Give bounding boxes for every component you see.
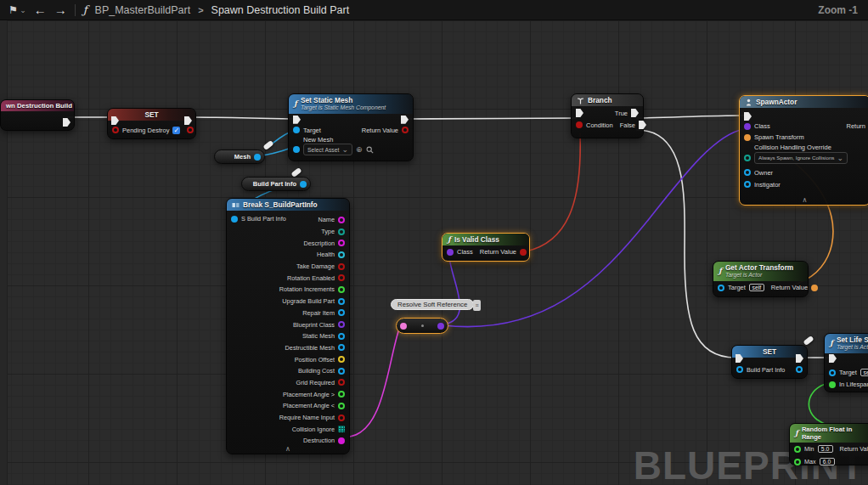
- max-pin[interactable]: [794, 459, 801, 465]
- bool-output-pin[interactable]: [187, 127, 194, 133]
- node-dot: [421, 324, 424, 327]
- collapse-arrow[interactable]: ∧: [740, 196, 868, 205]
- node-break-build-part-info[interactable]: Break S_BuildPartInfo S Build Part Info …: [226, 198, 350, 454]
- node-subtitle: Target is Actor: [725, 272, 793, 279]
- node-build-part-info-getter[interactable]: Build Part Info: [241, 177, 311, 191]
- target-pin[interactable]: [829, 369, 836, 376]
- collision-handling-dropdown[interactable]: Always Spawn, Ignore Collisions ⌄: [754, 152, 848, 164]
- target-pin[interactable]: [293, 127, 300, 133]
- return-value-pin[interactable]: [402, 127, 409, 133]
- add-asset-icon[interactable]: ⊕: [356, 146, 363, 154]
- condition-pin[interactable]: [576, 121, 583, 128]
- exec-in-pin[interactable]: [576, 109, 583, 117]
- break-pin[interactable]: [338, 274, 345, 281]
- node-get-actor-transform[interactable]: ƒ Get Actor Transform Target is Actor Ta…: [713, 261, 809, 297]
- break-pin[interactable]: [338, 426, 345, 432]
- new-mesh-pin[interactable]: [293, 146, 300, 153]
- target-pin[interactable]: [718, 285, 724, 291]
- collapse-arrow[interactable]: ∧: [227, 445, 349, 454]
- in-lifespan-pin[interactable]: [829, 381, 836, 388]
- search-icon[interactable]: [366, 146, 374, 154]
- break-pin[interactable]: [338, 437, 345, 444]
- build-part-info-output-pin[interactable]: [300, 181, 307, 188]
- struct-input-pin[interactable]: [231, 216, 238, 223]
- exec-in-pin[interactable]: [829, 354, 837, 363]
- bubble-pin-icon[interactable]: ≡: [473, 300, 481, 311]
- spawn-transform-pin[interactable]: [744, 134, 751, 141]
- break-pin[interactable]: [338, 228, 345, 235]
- break-pin[interactable]: [338, 368, 345, 375]
- break-pin[interactable]: [338, 333, 345, 340]
- break-pin-row: Position Offset: [227, 353, 349, 365]
- break-pin[interactable]: [338, 240, 345, 246]
- target-label: Target: [303, 127, 321, 134]
- node-set-static-mesh[interactable]: ƒ Set Static Mesh Target is Static Mesh …: [288, 93, 414, 161]
- break-pin[interactable]: [338, 391, 345, 398]
- in-lifespan-label: In Lifespan: [839, 381, 868, 388]
- break-pin[interactable]: [338, 415, 345, 421]
- break-pin-label: Grid Required: [296, 379, 335, 386]
- exec-out-pin[interactable]: [401, 116, 409, 124]
- break-pin-label: Placement Angle <: [283, 402, 335, 409]
- forward-button[interactable]: →: [54, 3, 67, 17]
- bool-input-pin[interactable]: [112, 127, 119, 133]
- node-title: Break S_BuildPartInfo: [243, 200, 318, 209]
- panel-edge: [0, 20, 8, 485]
- node-set-build-part-info[interactable]: SET Build Part Info: [731, 345, 808, 379]
- struct-input-pin[interactable]: [736, 366, 743, 373]
- return-value-pin[interactable]: [811, 285, 818, 291]
- collision-handling-pin[interactable]: [744, 155, 751, 161]
- break-pin[interactable]: [338, 251, 345, 258]
- class-output-pin[interactable]: [437, 323, 444, 330]
- break-pin[interactable]: [338, 344, 345, 351]
- exec-in-pin[interactable]: [744, 112, 752, 121]
- target-label: Target: [728, 284, 746, 291]
- break-pin[interactable]: [338, 309, 345, 316]
- break-pin-row: Rotation Enabled: [227, 272, 349, 284]
- node-random-float-in-range[interactable]: ƒ Random Float in Range Min 5.0 Return V…: [789, 423, 868, 465]
- soft-reference-input-pin[interactable]: [400, 323, 407, 330]
- node-mesh-getter[interactable]: Mesh: [214, 149, 265, 164]
- break-pin[interactable]: [338, 217, 345, 223]
- break-pin[interactable]: [338, 356, 345, 363]
- max-value-box[interactable]: 6.0: [820, 458, 835, 465]
- breadcrumb-current[interactable]: Spawn Destruction Build Part: [211, 4, 350, 16]
- breadcrumb-root[interactable]: BP_MasterBuildPart: [95, 4, 191, 16]
- break-pin[interactable]: [338, 379, 345, 386]
- break-pin-label: Building Cost: [298, 367, 335, 375]
- return-value-pin[interactable]: [520, 249, 527, 256]
- select-asset-dropdown[interactable]: Select Asset ⌄: [303, 144, 352, 155]
- break-pin-row: Repair Item: [227, 307, 349, 319]
- true-exec-pin[interactable]: [631, 109, 639, 117]
- node-spawn-destruction-event[interactable]: wn Destruction Build Part: [0, 99, 75, 131]
- struct-output-pin[interactable]: [796, 366, 803, 373]
- break-pin[interactable]: [338, 403, 345, 409]
- break-pin[interactable]: [338, 321, 345, 328]
- self-value-box[interactable]: self: [749, 284, 764, 291]
- node-spawn-actor[interactable]: SpawnActor Class Return Spawn Transform …: [739, 95, 868, 206]
- node-set-life-span[interactable]: ƒ Set Life Spa Target is Acto Target sel…: [824, 333, 868, 392]
- min-value-box[interactable]: 5.0: [818, 445, 833, 453]
- exec-out-pin[interactable]: [63, 118, 70, 127]
- bool-checkbox[interactable]: ✓: [172, 127, 180, 134]
- exec-in-pin[interactable]: [293, 116, 301, 124]
- node-is-valid-class[interactable]: ƒ Is Valid Class Class Return Value: [442, 233, 530, 262]
- class-pin[interactable]: [447, 249, 454, 256]
- node-subtitle: Target is Static Mesh Component: [301, 104, 386, 111]
- break-pin[interactable]: [338, 298, 345, 305]
- bookmark-button[interactable]: ⚑ ⌄: [8, 3, 26, 16]
- graph-canvas[interactable]: [0, 20, 868, 485]
- break-pin[interactable]: [338, 263, 345, 270]
- min-pin[interactable]: [794, 446, 801, 453]
- node-branch[interactable]: Branch True Condition False: [571, 93, 644, 138]
- back-button[interactable]: ←: [34, 3, 47, 17]
- owner-pin[interactable]: [744, 169, 751, 176]
- node-set-pending-destroy[interactable]: SET Pending Destroy ✓: [107, 108, 196, 139]
- instigator-pin[interactable]: [744, 181, 751, 188]
- self-value-box[interactable]: self: [860, 369, 868, 376]
- class-pin[interactable]: [744, 123, 751, 130]
- break-pin-label: Require Name Input: [279, 414, 335, 421]
- break-pin[interactable]: [338, 286, 345, 293]
- node-resolve-soft-reference[interactable]: [396, 318, 448, 334]
- mesh-output-pin[interactable]: [254, 154, 261, 161]
